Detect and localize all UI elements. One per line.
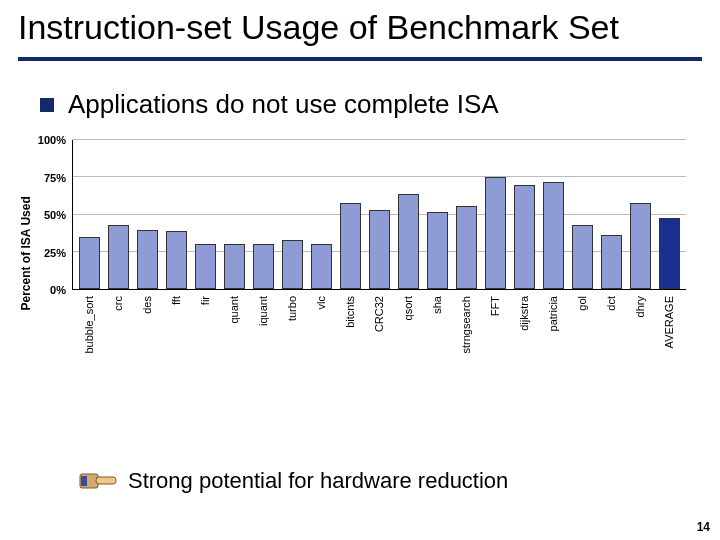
bar <box>398 194 419 289</box>
x-tick-label: dct <box>601 292 622 374</box>
x-tick-label: quant <box>223 292 244 374</box>
bullet-icon <box>40 98 54 112</box>
bar <box>601 235 622 289</box>
ytick: 100% <box>38 134 66 146</box>
x-tick-label: CRC32 <box>368 292 389 374</box>
x-tick-label: dijkstra <box>514 292 535 374</box>
bar <box>659 218 680 290</box>
page-number: 14 <box>697 520 710 534</box>
x-tick-label: bubble_sort <box>78 292 99 374</box>
x-tick-label: qsort <box>398 292 419 374</box>
x-tick-label: FFT <box>485 292 506 374</box>
ytick: 0% <box>50 284 66 296</box>
bar <box>543 182 564 289</box>
x-tick-label: dhry <box>630 292 651 374</box>
x-tick-label: iquant <box>252 292 273 374</box>
x-tick-label: vlc <box>310 292 331 374</box>
bar <box>311 244 332 289</box>
bar <box>282 240 303 289</box>
bar <box>485 177 506 289</box>
svg-rect-1 <box>96 477 116 484</box>
bar <box>340 203 361 289</box>
ytick: 75% <box>44 172 66 184</box>
bullet-row: Applications do not use complete ISA <box>0 61 720 124</box>
bar <box>79 237 100 289</box>
x-tick-label: sha <box>427 292 448 374</box>
pointing-hand-icon <box>78 466 118 496</box>
y-axis-label: Percent of ISA Used <box>19 196 33 310</box>
bar <box>195 244 216 289</box>
bar <box>456 206 477 289</box>
ytick: 50% <box>44 209 66 221</box>
bar <box>108 225 129 289</box>
x-tick-label: strngsearch <box>456 292 477 374</box>
bar <box>514 185 535 289</box>
x-tick-label: crc <box>107 292 128 374</box>
bar <box>224 244 245 289</box>
chart: Percent of ISA Used 0% 25% 50% 75% 100% … <box>72 140 686 378</box>
x-tick-label: AVERAGE <box>659 292 680 374</box>
bar <box>369 210 390 289</box>
callout-text: Strong potential for hardware reduction <box>128 468 508 494</box>
callout: Strong potential for hardware reduction <box>78 466 508 496</box>
bar <box>572 225 593 289</box>
bullet-text: Applications do not use complete ISA <box>68 89 499 120</box>
x-tick-label: bitcnts <box>339 292 360 374</box>
bar <box>253 244 274 289</box>
bar <box>427 212 448 289</box>
page-title: Instruction-set Usage of Benchmark Set <box>0 0 720 53</box>
x-tick-label: des <box>136 292 157 374</box>
x-tick-label: fir <box>194 292 215 374</box>
ytick: 25% <box>44 247 66 259</box>
bar <box>630 203 651 289</box>
x-tick-label: fft <box>165 292 186 374</box>
x-tick-label: turbo <box>281 292 302 374</box>
plot-area <box>72 140 686 290</box>
bar <box>166 231 187 289</box>
bar <box>137 230 158 290</box>
x-tick-label: patricia <box>543 292 564 374</box>
svg-rect-2 <box>81 476 87 486</box>
x-tick-label: gol <box>572 292 593 374</box>
